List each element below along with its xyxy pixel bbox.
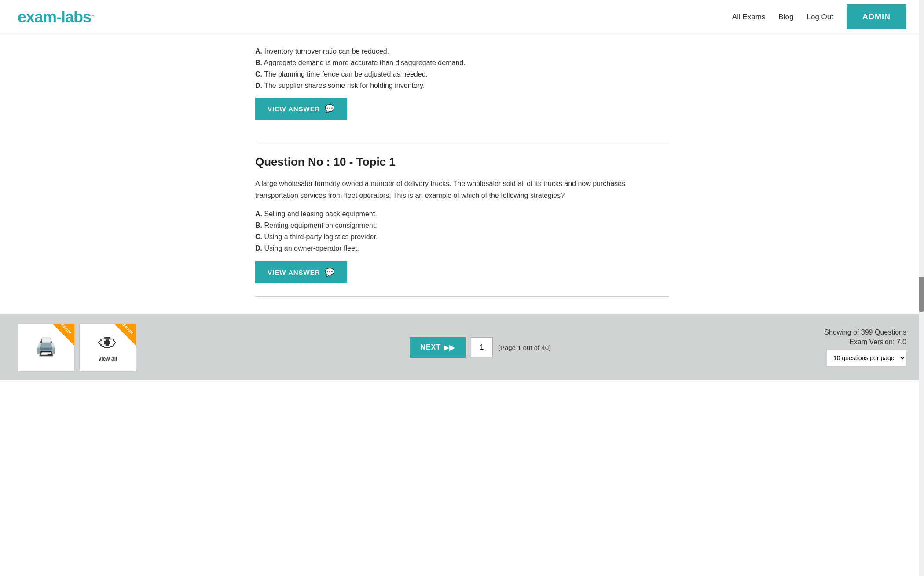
answer-letter: B. bbox=[255, 59, 262, 66]
next-button[interactable]: NEXT ▶▶ bbox=[410, 337, 466, 358]
nav-blog[interactable]: Blog bbox=[778, 13, 793, 22]
main-content: A. Inventory turnover ratio can be reduc… bbox=[242, 34, 682, 297]
list-item: C. The planning time fence can be adjust… bbox=[255, 70, 669, 78]
nav-all-exams[interactable]: All Exams bbox=[732, 13, 766, 22]
list-item: C. Using a third-party logistics provide… bbox=[255, 233, 669, 241]
prev-question-answers: A. Inventory turnover ratio can be reduc… bbox=[255, 43, 669, 137]
next-arrows-icon: ▶▶ bbox=[444, 343, 455, 352]
view-answer-button-q10[interactable]: VIEW ANSWER 💬 bbox=[255, 261, 347, 283]
footer-left: PREMIUM 🖨️ PREMIUM 👁 view all bbox=[18, 323, 136, 372]
per-page-selector: 10 questions per page 20 questions per p… bbox=[824, 350, 906, 366]
chat-icon: 💬 bbox=[325, 104, 335, 113]
answer-letter: A. bbox=[255, 47, 262, 55]
view-answer-label: VIEW ANSWER bbox=[268, 105, 320, 113]
answer-letter: A. bbox=[255, 210, 262, 218]
answer-text: Renting equipment on consignment. bbox=[264, 222, 377, 229]
footer-pagination: NEXT ▶▶ (Page 1 out of 40) bbox=[410, 337, 551, 358]
question-10-options: A. Selling and leasing back equipment. B… bbox=[255, 210, 669, 252]
premium-viewall-card[interactable]: PREMIUM 👁 view all bbox=[79, 323, 136, 372]
question-10-text: A large wholesaler formerly owned a numb… bbox=[255, 178, 669, 201]
chat-icon: 💬 bbox=[325, 267, 335, 277]
view-answer-label: VIEW ANSWER bbox=[268, 269, 320, 276]
logo-text: exam-labs•• bbox=[18, 8, 93, 26]
answer-text: The supplier shares some risk for holdin… bbox=[264, 82, 425, 89]
premium-print-card[interactable]: PREMIUM 🖨️ bbox=[18, 323, 75, 372]
scrollbar-thumb[interactable] bbox=[919, 277, 924, 312]
question-10-title: Question No : 10 - Topic 1 bbox=[255, 155, 669, 169]
page-number-input[interactable] bbox=[471, 337, 493, 357]
next-label: NEXT bbox=[420, 343, 441, 351]
answer-letter: B. bbox=[255, 222, 262, 229]
viewall-label: view all bbox=[99, 356, 117, 362]
answer-text: Using a third-party logistics provider. bbox=[264, 233, 378, 241]
answer-letter: D. bbox=[255, 244, 262, 252]
logo: exam-labs•• bbox=[18, 8, 93, 26]
admin-button[interactable]: ADMIN bbox=[847, 4, 906, 29]
view-answer-button-prev[interactable]: VIEW ANSWER 💬 bbox=[255, 98, 347, 120]
footer: PREMIUM 🖨️ PREMIUM 👁 view all NEXT ▶▶ (P… bbox=[0, 314, 924, 380]
scrollbar-track[interactable] bbox=[919, 0, 924, 380]
divider bbox=[255, 142, 669, 142]
answer-letter: C. bbox=[255, 233, 262, 241]
answer-text: The planning time fence can be adjusted … bbox=[264, 70, 428, 78]
question-10-block: Question No : 10 - Topic 1 A large whole… bbox=[255, 155, 669, 292]
list-item: B. Renting equipment on consignment. bbox=[255, 222, 669, 230]
answer-text: Selling and leasing back equipment. bbox=[264, 210, 377, 218]
page-info: (Page 1 out of 40) bbox=[498, 344, 551, 351]
nav-logout[interactable]: Log Out bbox=[807, 13, 834, 22]
answer-text: Aggregate demand is more accurate than d… bbox=[264, 59, 466, 66]
answer-letter: C. bbox=[255, 70, 262, 78]
answer-text: Using an owner-operator fleet. bbox=[264, 244, 359, 252]
per-page-dropdown[interactable]: 10 questions per page 20 questions per p… bbox=[827, 350, 906, 366]
list-item: A. Inventory turnover ratio can be reduc… bbox=[255, 47, 669, 55]
list-item: D. The supplier shares some risk for hol… bbox=[255, 82, 669, 90]
divider-bottom bbox=[255, 296, 669, 297]
exam-version: Exam Version: 7.0 bbox=[824, 338, 906, 346]
header: exam-labs•• All Exams Blog Log Out ADMIN bbox=[0, 0, 924, 34]
list-item: D. Using an owner-operator fleet. bbox=[255, 244, 669, 252]
answer-text: Inventory turnover ratio can be reduced. bbox=[264, 47, 389, 55]
navigation: All Exams Blog Log Out ADMIN bbox=[732, 4, 906, 29]
footer-right: Showing of 399 Questions Exam Version: 7… bbox=[824, 328, 906, 366]
showing-text: Showing of 399 Questions bbox=[824, 328, 906, 336]
answer-letter: D. bbox=[255, 82, 262, 89]
list-item: A. Selling and leasing back equipment. bbox=[255, 210, 669, 218]
list-item: B. Aggregate demand is more accurate tha… bbox=[255, 59, 669, 67]
